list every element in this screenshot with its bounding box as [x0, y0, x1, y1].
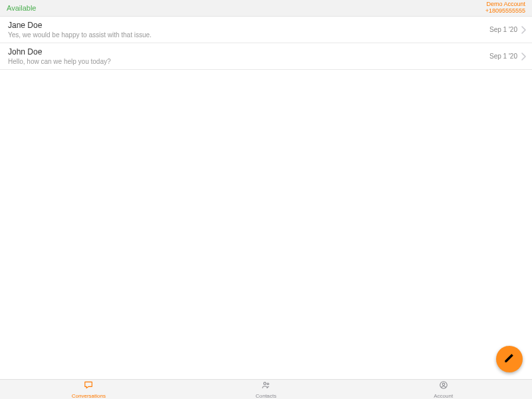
account-phone: +18095555555	[485, 8, 525, 15]
account-info[interactable]: Demo Account +18095555555	[485, 1, 525, 15]
svg-point-1	[267, 382, 269, 384]
conversation-meta: Sep 1 '20	[489, 53, 527, 61]
tab-bar: Conversations Contacts Account	[0, 379, 532, 399]
tab-conversations[interactable]: Conversations	[0, 380, 178, 399]
conversation-row[interactable]: John Doe Hello, how can we help you toda…	[0, 43, 532, 70]
conversation-meta: Sep 1 '20	[489, 26, 527, 34]
account-icon	[438, 380, 449, 392]
conversation-date: Sep 1 '20	[489, 26, 517, 33]
conversation-main: Jane Doe Yes, we would be happy to assis…	[8, 21, 489, 39]
chat-icon	[83, 380, 94, 392]
conversation-name: John Doe	[8, 47, 489, 57]
tab-label: Conversations	[72, 393, 106, 399]
conversation-name: Jane Doe	[8, 21, 489, 30]
tab-label: Contacts	[255, 393, 277, 399]
tab-contacts[interactable]: Contacts	[178, 380, 355, 399]
compose-button[interactable]	[496, 346, 523, 372]
conversation-preview: Hello, how can we help you today?	[8, 58, 489, 65]
conversation-main: John Doe Hello, how can we help you toda…	[8, 47, 489, 65]
availability-status[interactable]: Available	[7, 4, 36, 12]
tab-label: Account	[434, 393, 453, 399]
svg-point-3	[442, 383, 445, 386]
svg-point-0	[264, 382, 267, 384]
tab-account[interactable]: Account	[354, 380, 532, 399]
pencil-icon	[503, 351, 516, 367]
conversation-list: Jane Doe Yes, we would be happy to assis…	[0, 17, 532, 379]
conversation-preview: Yes, we would be happy to assist with th…	[8, 31, 489, 39]
app-root: Available Demo Account +18095555555 Jane…	[0, 0, 532, 399]
conversation-row[interactable]: Jane Doe Yes, we would be happy to assis…	[0, 17, 532, 43]
chevron-right-icon	[521, 26, 527, 34]
chevron-right-icon	[521, 53, 527, 61]
conversation-date: Sep 1 '20	[489, 53, 517, 60]
contacts-icon	[261, 380, 271, 392]
header-bar: Available Demo Account +18095555555	[0, 0, 532, 17]
